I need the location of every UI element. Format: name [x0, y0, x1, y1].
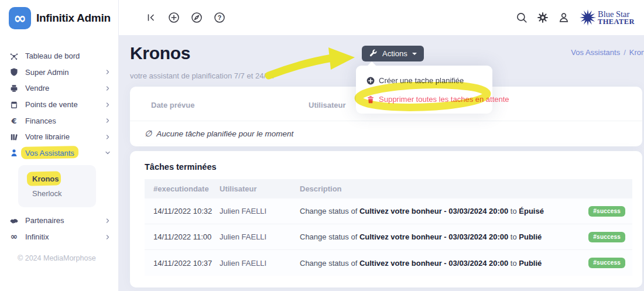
submenu-item-sherlock[interactable]: Sherlock: [32, 186, 96, 201]
main-content: Kronos votre assistant de planification …: [119, 35, 644, 291]
caret-down-icon: [412, 53, 417, 55]
completed-table-header: #executiondate Utilisateur Description: [145, 179, 632, 198]
shield-icon: [9, 67, 19, 77]
sidebar-item-vendre[interactable]: Vendre: [9, 80, 111, 97]
brand[interactable]: ∞ Infinitix Admin: [0, 0, 118, 35]
chevron-right-icon: [104, 234, 111, 241]
dashboard-icon: [9, 52, 19, 61]
app-root: ∞ Infinitix Admin Tableau de bord Super …: [0, 0, 644, 291]
cell-execution-date: 14/11/2022 11:00: [153, 232, 220, 241]
cell-user: Julien FAELLI: [220, 207, 300, 215]
assistant-person-icon: [9, 148, 19, 158]
cell-user: Julien FAELLI: [220, 259, 300, 268]
trash-icon: [366, 95, 375, 104]
breadcrumb-current[interactable]: Kronos: [629, 48, 644, 57]
topbar-left-icons: ?: [119, 12, 225, 23]
actions-dropdown-menu: Créer une tache planifiée Supprimer tout…: [356, 66, 492, 114]
store-icon: [9, 100, 19, 109]
actions-button[interactable]: Actions: [362, 46, 424, 61]
completed-tasks-card: Tâches terminées #executiondate Utilisat…: [130, 151, 642, 287]
table-row[interactable]: 14/11/2022 10:37 Julien FAELLI Change st…: [145, 250, 632, 276]
sidebar-item-finances[interactable]: € Finances: [9, 112, 111, 129]
euro-icon: €: [9, 116, 19, 125]
sidebar-menu: Tableau de bord Super Admin Vendre: [0, 35, 118, 245]
cell-execution-date: 14/11/2022 10:32: [153, 207, 220, 215]
table-row[interactable]: 14/11/2022 11:00 Julien FAELLI Change st…: [145, 224, 632, 250]
page-subtitle: votre assistant de planification 7/7 et …: [130, 71, 274, 80]
breadcrumb-separator: /: [624, 48, 626, 57]
status-badge: #success: [588, 258, 625, 268]
cell-description: Change status of Cultivez votre bonheur …: [300, 207, 588, 215]
cell-execution-date: 14/11/2022 10:37: [153, 259, 220, 268]
submenu-item-kronos[interactable]: Kronos: [32, 172, 96, 186]
menu-item-label: Créer une tache planifiée: [379, 76, 464, 85]
empty-state-text: Aucune tâche planifiée pour le moment: [156, 129, 293, 138]
sidebar-item-label: Super Admin: [25, 68, 68, 77]
submenu-item-label: Kronos: [32, 174, 59, 183]
sidebar-item-vos-assistants[interactable]: Vos Assistants: [9, 145, 111, 162]
chevron-right-icon: [104, 133, 111, 141]
sidebar-item-points-de-vente[interactable]: Points de vente: [9, 97, 111, 113]
svg-text:?: ?: [218, 14, 221, 21]
collapse-sidebar-icon[interactable]: [145, 12, 157, 23]
add-circle-icon[interactable]: [168, 12, 180, 23]
topbar-right-icons: Blue Star THEATER: [516, 9, 644, 26]
infinity-icon: ∞: [9, 232, 19, 242]
chevron-down-icon: [104, 149, 111, 156]
column-header-executiondate: #executiondate: [153, 184, 220, 193]
compass-icon[interactable]: [191, 12, 203, 23]
sidebar-item-label: Vendre: [25, 84, 49, 93]
user-icon[interactable]: [558, 12, 570, 23]
sidebar-item-infinitix[interactable]: ∞ Infinitix: [9, 229, 111, 245]
infinity-logo-icon: ∞: [9, 7, 31, 29]
handshake-icon: [9, 216, 19, 225]
chevron-right-icon: [104, 117, 111, 124]
empty-state: ∅ Aucune tâche planifiée pour le moment: [130, 121, 642, 138]
breadcrumb: Vos Assistants/Kronos: [571, 48, 644, 57]
completed-tasks-title: Tâches terminées: [130, 151, 642, 172]
org-name-line2: THEATER: [598, 18, 635, 26]
status-badge: #success: [588, 206, 625, 217]
settings-gear-icon[interactable]: [537, 12, 549, 23]
sidebar-item-label: Tableau de bord: [25, 52, 80, 60]
sidebar-item-label: Points de vente: [25, 100, 78, 109]
books-icon: [9, 132, 19, 142]
chevron-right-icon: [104, 85, 111, 92]
menu-item-label: Supprimer toutes les taches en attente: [379, 95, 509, 104]
sidebar-item-tableau-de-bord[interactable]: Tableau de bord: [9, 48, 111, 64]
column-header-description: Description: [300, 184, 625, 193]
chevron-right-icon: [104, 101, 111, 108]
sidebar-item-label: Votre librairie: [25, 132, 70, 141]
page-header: Kronos votre assistant de planification …: [130, 43, 274, 80]
menu-item-delete-pending-tasks[interactable]: Supprimer toutes les taches en attente: [356, 92, 492, 107]
sidebar-item-super-admin[interactable]: Super Admin: [9, 64, 111, 81]
cell-user: Julien FAELLI: [220, 232, 300, 241]
menu-item-create-scheduled-task[interactable]: Créer une tache planifiée: [356, 73, 492, 88]
completed-tasks-table: #executiondate Utilisateur Description 1…: [145, 179, 632, 276]
cash-register-icon: [9, 84, 19, 93]
table-row[interactable]: 14/11/2022 10:32 Julien FAELLI Change st…: [145, 198, 632, 224]
column-header-date-prevue: Date prévue: [151, 101, 309, 121]
blue-star-theater-logo[interactable]: Blue Star THEATER: [579, 9, 635, 26]
sidebar-item-label: Vos Assistants: [25, 149, 74, 158]
assistants-submenu: Kronos Sherlock: [18, 165, 96, 207]
annotation-arrow: [264, 44, 358, 85]
breadcrumb-parent[interactable]: Vos Assistants: [571, 48, 620, 57]
status-badge: #success: [588, 232, 625, 242]
help-circle-icon[interactable]: ?: [214, 12, 225, 23]
wrench-icon: [369, 49, 378, 58]
cell-description: Change status of Cultivez votre bonheur …: [300, 232, 588, 241]
sidebar-item-label: Partenaires: [25, 216, 64, 225]
plus-circle-icon: [366, 77, 375, 85]
search-icon[interactable]: [516, 12, 527, 23]
empty-set-icon: ∅: [145, 129, 152, 138]
cell-description: Change status of Cultivez votre bonheur …: [300, 259, 588, 268]
org-name-line1: Blue Star: [598, 10, 635, 19]
sidebar-item-partenaires[interactable]: Partenaires: [9, 213, 111, 229]
sidebar: ∞ Infinitix Admin Tableau de bord Super …: [0, 0, 119, 291]
sidebar-item-label: Finances: [25, 117, 56, 125]
topbar: ?: [119, 0, 644, 35]
page-title: Kronos: [130, 43, 274, 63]
copyright-text: © 2024 MediaMorphose: [18, 254, 118, 262]
sidebar-item-votre-librairie[interactable]: Votre librairie: [9, 129, 111, 145]
